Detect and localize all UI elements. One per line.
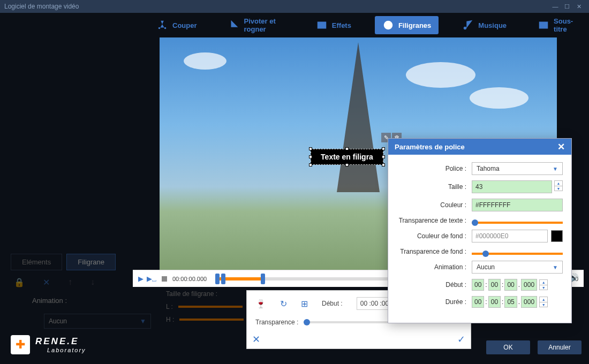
police-select[interactable]: Tahoma ▼ <box>472 162 563 175</box>
titlebar: Logiciel de montage vidéo — ☐ ✕ <box>0 0 589 13</box>
left-icon-row: 🔒 ✕ ↑ ↓ <box>14 277 95 287</box>
dialog-title: Paramètres de police <box>395 143 465 151</box>
popup-confirm-icon[interactable]: ✓ <box>457 333 465 345</box>
animation-select[interactable]: Aucun ▼ <box>472 261 563 274</box>
width-label: L : <box>166 303 173 310</box>
chevron-down-icon: ▼ <box>553 264 558 270</box>
brand-logo: ✚ RENE.E Laboratory <box>11 335 86 354</box>
debut-step-up[interactable]: ▲ <box>539 279 548 285</box>
height-label: H : <box>166 316 174 323</box>
left-tabs: Eléments Filigrane <box>11 254 116 270</box>
svg-point-3 <box>387 26 389 28</box>
cancel-button[interactable]: Annuler <box>538 340 582 354</box>
font-settings-dialog: Paramètres de police ✕ Police : Tahoma ▼… <box>388 138 572 323</box>
svg-point-0 <box>384 21 393 30</box>
scissors-icon <box>156 19 168 31</box>
tool-cut-label: Couper <box>172 21 197 29</box>
music-icon <box>462 19 474 31</box>
animation-value: Aucun <box>477 263 495 271</box>
taille-step-up[interactable]: ▲ <box>554 180 563 186</box>
tool-watermark-label: Filigranes <box>398 21 431 29</box>
grid-icon[interactable]: ⊞ <box>301 299 308 309</box>
delete-icon[interactable]: ✕ <box>43 277 50 287</box>
couleur-value: #FFFFFFFF <box>475 201 559 209</box>
logo-icon: ✚ <box>11 335 30 354</box>
tool-watermark[interactable]: Filigranes <box>375 16 439 34</box>
debut-time-input[interactable]: 00: 00: 00. 000 ▲▼ <box>472 279 563 291</box>
svg-point-2 <box>389 23 391 25</box>
chevron-down-icon: ▼ <box>140 317 146 325</box>
tool-music[interactable]: Musique <box>455 16 514 34</box>
range-end-marker[interactable] <box>261 274 265 284</box>
taille-input[interactable]: 43 <box>472 180 552 193</box>
debut-label: Début : <box>397 281 472 289</box>
logo-sub: Laboratory <box>47 347 86 353</box>
tool-effects-label: Effets <box>332 21 351 29</box>
left-panel: Eléments Filigrane 🔒 ✕ ↑ ↓ Animation : A… <box>0 13 133 364</box>
trans-texte-slider[interactable] <box>472 222 563 224</box>
tab-elements[interactable]: Eléments <box>11 254 62 270</box>
size-title: Taille de filigrane : <box>166 290 244 298</box>
popup-start-label: Début : <box>322 300 343 307</box>
arrow-up-icon[interactable]: ↑ <box>68 277 72 287</box>
police-value: Tahoma <box>477 165 500 172</box>
maximize-button[interactable]: ☐ <box>561 2 573 11</box>
refresh-icon[interactable]: ↻ <box>280 299 287 309</box>
watermark-text: Texte en filigra <box>321 153 373 161</box>
couleur-label: Couleur : <box>397 201 472 209</box>
tool-subtitle[interactable]: Sous-titre <box>530 14 584 36</box>
tool-cut[interactable]: Couper <box>149 16 205 34</box>
duree-step-up[interactable]: ▲ <box>539 297 548 302</box>
watermark-size-controls: Taille de filigrane : L : H : <box>166 290 244 323</box>
play-button[interactable]: ▶ <box>138 275 144 283</box>
height-slider[interactable] <box>179 318 244 321</box>
duree-step-down[interactable]: ▼ <box>539 302 548 307</box>
watermark-icon <box>382 19 394 31</box>
duree-label: Durée : <box>397 298 472 306</box>
chevron-down-icon: ▼ <box>553 166 558 172</box>
main-toolbar: Couper Pivoter et rogner Effets Filigran… <box>133 15 584 35</box>
duree-time-input[interactable]: 00: 00: 05. 000 ▲▼ <box>472 296 563 308</box>
width-slider[interactable] <box>178 306 243 308</box>
popup-transparency-label: Transparence : <box>255 318 298 326</box>
watermark-text-box[interactable]: Texte en filigra <box>311 149 383 165</box>
crop-rotate-icon <box>228 19 240 31</box>
tool-effects[interactable]: Effets <box>308 16 359 34</box>
bg-color-value: #000000E0 <box>475 232 544 240</box>
subtitle-icon <box>538 19 549 31</box>
tool-subtitle-label: Sous-titre <box>554 17 576 33</box>
minimize-button[interactable]: — <box>549 2 561 11</box>
left-animation-label: Animation : <box>32 297 67 305</box>
trans-bg-label: Transparence de fond : <box>397 248 472 255</box>
stop-button[interactable] <box>162 276 167 282</box>
range-start-marker[interactable] <box>215 274 220 284</box>
logo-brand: RENE.E <box>35 336 86 347</box>
tool-rotate[interactable]: Pivoter et rogner <box>221 14 292 36</box>
lock-icon[interactable]: 🔒 <box>14 277 25 287</box>
play-range-button[interactable]: ▶⎵ <box>147 275 156 283</box>
couleur-input[interactable]: #FFFFFFFF <box>472 199 563 211</box>
taille-value: 43 <box>475 183 548 191</box>
trans-bg-slider[interactable] <box>472 253 563 255</box>
playback-time-current: 00:00:00.000 <box>172 276 207 282</box>
arrow-down-icon[interactable]: ↓ <box>90 277 95 287</box>
tool-rotate-label: Pivoter et rogner <box>244 17 285 33</box>
wine-glass-icon[interactable]: 🍷 <box>255 299 266 309</box>
popup-cancel-icon[interactable]: ✕ <box>252 333 260 345</box>
bg-color-input[interactable]: #000000E0 <box>472 230 548 242</box>
taille-step-down[interactable]: ▼ <box>554 186 563 191</box>
svg-point-1 <box>386 23 388 25</box>
close-button[interactable]: ✕ <box>573 2 585 11</box>
app-title: Logiciel de montage vidéo <box>4 3 549 10</box>
left-animation-select[interactable]: Aucun ▼ <box>44 314 151 329</box>
playhead-marker[interactable] <box>221 274 225 284</box>
dialog-buttons: OK Annuler <box>486 340 582 354</box>
dialog-close-button[interactable]: ✕ <box>557 141 565 153</box>
debut-step-down[interactable]: ▼ <box>539 285 548 290</box>
animation-label: Animation : <box>397 263 472 271</box>
effects-icon <box>316 19 328 31</box>
bg-color-swatch[interactable] <box>551 230 563 242</box>
tab-watermark[interactable]: Filigrane <box>66 254 116 270</box>
ok-button[interactable]: OK <box>486 340 530 354</box>
tool-music-label: Musique <box>478 21 507 29</box>
